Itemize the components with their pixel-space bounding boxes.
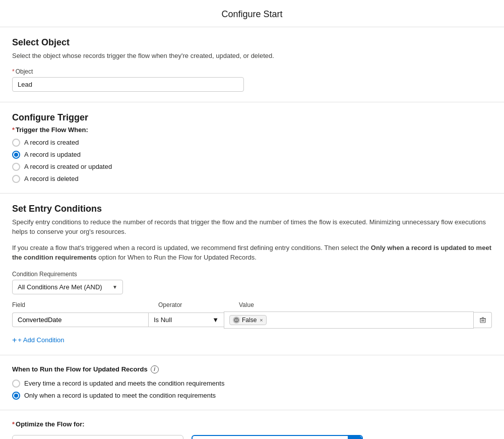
required-star-optimize: *	[12, 420, 15, 428]
radio-only-when-label: Only when a record is updated to meet th…	[24, 392, 216, 399]
radio-created-updated[interactable]	[12, 163, 20, 171]
when-run-radio-group: Every time a record is updated and meets…	[12, 380, 492, 400]
entry-conditions-note: If you create a flow that's triggered wh…	[12, 243, 492, 263]
condition-req-dropdown[interactable]: All Conditions Are Met (AND) ▼	[12, 280, 123, 294]
radio-only-when-circle[interactable]	[12, 392, 20, 400]
svg-point-0	[234, 318, 239, 323]
delete-condition-button[interactable]	[474, 312, 492, 328]
entry-conditions-desc: Specify entry conditions to reduce the n…	[12, 217, 492, 237]
radio-every-time[interactable]: Every time a record is updated and meets…	[12, 380, 492, 388]
select-object-desc: Select the object whose records trigger …	[12, 51, 492, 61]
select-object-section: Select Object Select the object whose re…	[0, 27, 504, 102]
add-condition-plus-icon: +	[12, 336, 17, 345]
trash-icon	[479, 317, 486, 324]
operator-select[interactable]: Is Null ▼	[148, 312, 224, 327]
optimize-cards: Fast Field Updates Update fields on the …	[12, 435, 492, 440]
condition-req-value: All Conditions Are Met (AND)	[18, 283, 102, 291]
false-badge-label: False	[242, 317, 257, 324]
operator-value: Is Null	[154, 316, 172, 324]
optimize-section: *Optimize the Flow for: Fast Field Updat…	[0, 410, 504, 440]
svg-point-2	[237, 320, 238, 321]
condition-req-label: Condition Requirements	[12, 271, 492, 278]
selected-checkmark-icon	[348, 436, 362, 440]
optimize-label: *Optimize the Flow for:	[12, 420, 492, 428]
radio-item-deleted[interactable]: A record is deleted	[12, 175, 492, 183]
radio-every-time-label: Every time a record is updated and meets…	[24, 380, 224, 387]
false-badge-remove[interactable]: ×	[260, 317, 263, 323]
required-star-trigger: *	[12, 126, 15, 134]
fast-field-updates-card[interactable]: Fast Field Updates Update fields on the …	[12, 435, 183, 440]
false-badge-icon	[233, 317, 240, 324]
object-input[interactable]	[12, 77, 244, 92]
trigger-flow-when-label: *Trigger the Flow When:	[12, 126, 492, 134]
add-condition-label: + Add Condition	[18, 336, 64, 344]
condition-row: Field Operator Value Is Null ▼ False ×	[12, 301, 492, 329]
add-condition-button[interactable]: + + Add Condition	[12, 336, 65, 345]
radio-item-created[interactable]: A record is created	[12, 139, 492, 147]
col-value-header: Value	[234, 301, 492, 308]
select-object-title: Select Object	[12, 37, 492, 48]
configure-trigger-section: Configure Trigger *Trigger the Flow When…	[0, 102, 504, 194]
radio-created-updated-label: A record is created or updated	[24, 163, 112, 170]
chevron-down-icon: ▼	[112, 284, 117, 290]
required-star: *	[12, 68, 15, 75]
radio-updated-label: A record is updated	[24, 151, 81, 158]
radio-deleted[interactable]	[12, 175, 20, 183]
actions-related-records-card[interactable]: Actions and Related Records Update any r…	[192, 435, 363, 440]
radio-deleted-label: A record is deleted	[24, 175, 79, 182]
condition-field-input[interactable]	[12, 312, 148, 327]
entry-conditions-section: Set Entry Conditions Specify entry condi…	[0, 194, 504, 355]
false-badge: False ×	[229, 315, 267, 325]
configure-trigger-title: Configure Trigger	[12, 112, 492, 123]
operator-chevron-icon: ▼	[212, 316, 219, 324]
radio-item-updated[interactable]: A record is updated	[12, 151, 492, 159]
object-field-label: *Object	[12, 68, 492, 75]
entry-conditions-title: Set Entry Conditions	[12, 204, 492, 214]
page-title: Configure Start	[0, 0, 504, 27]
col-field-header: Field	[12, 301, 153, 308]
radio-only-when[interactable]: Only when a record is updated to meet th…	[12, 392, 492, 400]
condition-inputs-row: Is Null ▼ False ×	[12, 311, 492, 329]
info-icon[interactable]: i	[151, 365, 159, 373]
value-input[interactable]: False ×	[224, 311, 474, 329]
when-to-run-label: When to Run the Flow for Updated Records…	[12, 365, 492, 373]
col-operator-header: Operator	[153, 301, 234, 308]
radio-every-time-circle[interactable]	[12, 380, 20, 388]
radio-created[interactable]	[12, 139, 20, 147]
condition-headers: Field Operator Value	[12, 301, 492, 308]
svg-point-1	[235, 320, 236, 321]
trigger-radio-group: A record is created A record is updated …	[12, 139, 492, 183]
radio-created-label: A record is created	[24, 139, 79, 146]
radio-item-created-updated[interactable]: A record is created or updated	[12, 163, 492, 171]
when-to-run-section: When to Run the Flow for Updated Records…	[0, 355, 504, 410]
radio-updated[interactable]	[12, 151, 20, 159]
